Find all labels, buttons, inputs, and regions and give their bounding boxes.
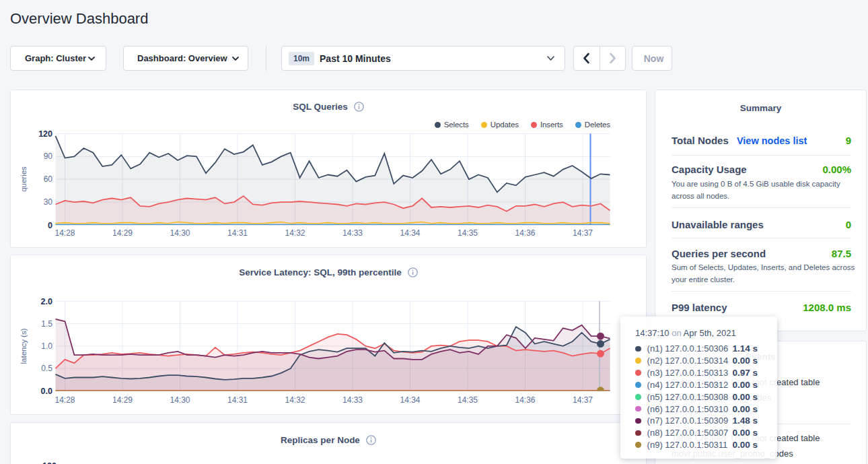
svg-text:14:35: 14:35 <box>458 395 478 405</box>
svg-text:30: 30 <box>44 197 53 207</box>
svg-text:14:33: 14:33 <box>342 228 363 238</box>
svg-text:14:36: 14:36 <box>515 395 535 405</box>
svg-text:14:32: 14:32 <box>285 395 305 405</box>
svg-text:2.0: 2.0 <box>41 297 52 306</box>
svg-text:90: 90 <box>44 152 53 161</box>
svg-text:14:33: 14:33 <box>342 395 363 405</box>
svg-text:120: 120 <box>38 129 52 139</box>
svg-text:14:34: 14:34 <box>400 228 420 238</box>
svg-text:14:30: 14:30 <box>170 228 190 238</box>
svg-text:latency (s): latency (s) <box>20 328 28 364</box>
svg-text:14:32: 14:32 <box>285 228 305 238</box>
svg-text:0: 0 <box>48 221 52 230</box>
svg-text:14:35: 14:35 <box>458 228 478 238</box>
svg-text:0.5: 0.5 <box>41 364 52 373</box>
svg-text:1.5: 1.5 <box>41 319 52 329</box>
svg-text:14:30: 14:30 <box>170 395 190 405</box>
svg-text:14:37: 14:37 <box>573 395 593 405</box>
svg-text:1.0: 1.0 <box>41 341 52 351</box>
svg-text:14:36: 14:36 <box>515 228 535 238</box>
svg-text:14:28: 14:28 <box>55 228 75 238</box>
svg-text:14:28: 14:28 <box>55 395 75 405</box>
svg-text:14:31: 14:31 <box>227 395 248 405</box>
svg-text:queries: queries <box>20 166 28 192</box>
svg-text:14:37: 14:37 <box>573 228 593 238</box>
svg-text:14:29: 14:29 <box>112 395 133 405</box>
svg-text:14:34: 14:34 <box>400 395 420 405</box>
svg-text:0.0: 0.0 <box>41 387 52 396</box>
svg-text:60: 60 <box>44 174 53 184</box>
svg-text:14:31: 14:31 <box>227 228 248 238</box>
svg-text:14:29: 14:29 <box>112 228 133 238</box>
